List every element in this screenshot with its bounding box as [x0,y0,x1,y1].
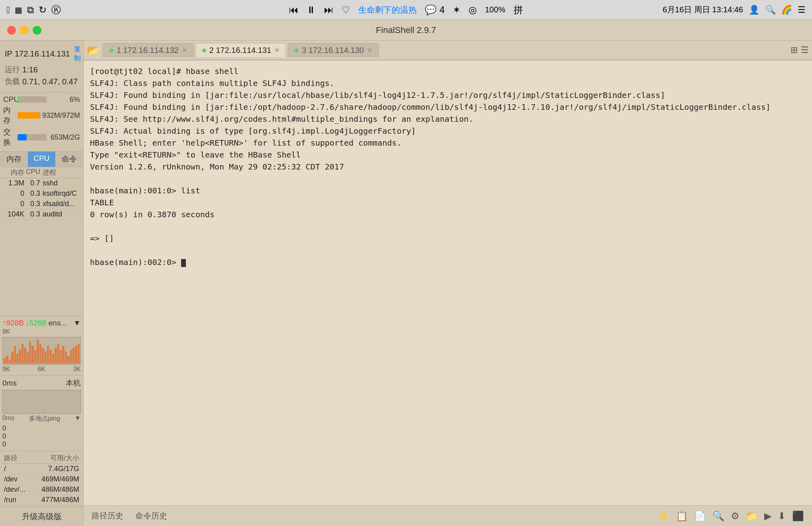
download-icon[interactable]: ⬇ [778,510,786,522]
graph-bar [42,348,44,364]
sidebar: IP 172.16.114.131 复制 运行 1:16 负载 0.71, 0.… [0,41,84,526]
tab-dot-1 [109,49,113,53]
disk-row[interactable]: /dev/... 486M/486M [2,485,82,495]
net-scale: 9K 6K 3K [2,366,81,373]
ping-ms: 0ms [2,379,17,388]
media-prev[interactable]: ⏮ [289,4,299,16]
graph-bar [37,340,39,364]
load-label: 负载 [5,76,20,87]
proc-header: 内存 CPU 进程 [0,167,83,178]
main-layout: IP 172.16.114.131 复制 运行 1:16 负载 0.71, 0.… [0,41,812,526]
server-info: IP 172.16.114.131 复制 运行 1:16 负载 0.71, 0.… [0,41,83,93]
terminal-icon[interactable]: ⬛ [792,510,804,522]
path-history[interactable]: 路径历史 [92,510,123,521]
ping-header: 0ms 本机 [2,378,81,388]
menu-icon[interactable]: ☰ [798,5,806,15]
tab-2[interactable]: 2 172.16.114.131 ✕ [195,43,287,57]
song-title: 生命剩下的温热 [358,4,417,16]
proc-list: 1.3M 0.7 sshd 0 0.3 ksoftirqd/C 0 0.3 xf… [0,178,83,316]
cpu-label: CPU [3,95,16,104]
mem-bar-fill [18,112,40,119]
net-down: ↓528B [25,319,47,327]
graph-bar [4,358,6,364]
cmd-history[interactable]: 命令历史 [135,510,167,521]
lightning-icon[interactable]: ⚡ [658,510,670,522]
document-icon[interactable]: 📄 [694,510,706,522]
upgrade-button[interactable]: 升级高级版 [0,507,83,526]
copy-icon[interactable]: 📋 [676,510,688,522]
cpu-value: 6% [48,95,80,104]
grid-view-button[interactable]: ⊞ [791,45,798,55]
net-level-9k: 9K [2,328,10,335]
ping-expand[interactable]: ▼ [74,415,81,423]
disk-row[interactable]: /dev 469M/469M [2,474,82,485]
copy-button[interactable]: 复制 [74,45,81,63]
graph-bar [6,356,8,364]
wifi-icon[interactable]: ◎ [468,4,477,16]
tab-close-2[interactable]: ✕ [274,47,279,54]
folder-icon[interactable]: 📂 [87,44,100,56]
bluetooth-icon[interactable]: ✶ [453,4,461,16]
folder-open-icon[interactable]: 📁 [746,510,758,522]
graph-bar [29,342,31,364]
keyboard-icon[interactable]: 拼 [513,4,523,16]
maximize-button[interactable] [33,26,41,35]
disk-row[interactable]: / 7.4G/17G [2,464,82,474]
net-expand-icon[interactable]: ▼ [73,319,81,327]
ip-value: 172.16.114.131 [15,49,70,58]
graph-bar [60,350,62,364]
mem-value: 932M/972M [42,111,80,120]
cpu-bar-bg [18,96,47,103]
proc-row[interactable]: 0 0.3 ksoftirqd/C [0,189,83,199]
ping-levels: 0ms 多地点ping ▼ [2,414,81,424]
proc-row[interactable]: 104K 0.3 auditd [0,209,83,220]
tab-close-1[interactable]: ✕ [182,47,187,54]
net-levels: 9K [2,328,81,335]
graph-bar [62,346,64,364]
graph-bar [65,352,67,364]
minimize-button[interactable] [20,26,29,35]
list-view-button[interactable]: ☰ [801,45,809,55]
media-play[interactable]: ⏸ [306,4,316,16]
proc-row[interactable]: 1.3M 0.7 sshd [0,178,83,189]
media-heart[interactable]: ♡ [342,4,350,16]
tab-1[interactable]: 1 172.16.114.132 ✕ [103,43,194,57]
search-icon[interactable]: 🔍 [765,5,776,15]
menubar-icon-2[interactable]: ⧉ [27,4,34,16]
search-icon[interactable]: 🔍 [712,510,724,522]
graph-bar [52,354,54,364]
graph-bar [55,348,57,364]
proc-row[interactable]: 0 0.3 xfsaild/d... [0,199,83,209]
user-icon[interactable]: 👤 [749,5,759,15]
apple-icon[interactable]:  [6,4,10,16]
menubar-icon-3[interactable]: ↻ [39,4,47,16]
tab-mem[interactable]: 内存 [0,152,28,167]
stats-section: CPU 6% 内存 932M/972M 交换 [0,93,83,152]
menubar-left:  ▦ ⧉ ↻ Ⓚ [6,4,61,16]
tab-label-3: 3 172.16.114.130 [302,46,364,55]
close-button[interactable] [7,26,16,35]
tab-close-3[interactable]: ✕ [367,47,372,54]
ping-multipoint[interactable]: 多地点ping [29,415,60,423]
play-icon[interactable]: ▶ [764,510,771,522]
graph-bar [21,344,23,364]
terminal-content: [root@tjt02 local]# hbase shell SLF4J: C… [90,65,806,268]
uptime-value: 1:16 [22,65,38,74]
tab-3[interactable]: 3 172.16.114.130 ✕ [288,43,379,57]
net-graph [2,337,81,365]
disk-row[interactable]: /run 477M/486M [2,495,82,505]
terminal[interactable]: [root@tjt02 local]# hbase shell SLF4J: C… [84,60,812,505]
graph-bar [24,348,26,364]
settings-icon[interactable]: ⚙ [731,510,740,522]
menubar-icon-4[interactable]: Ⓚ [51,4,61,16]
wechat-icon[interactable]: 💬 4 [425,4,445,16]
tab-cmd[interactable]: 命令 [55,152,83,167]
siri-icon[interactable]: 🌈 [781,5,792,15]
tab-cpu[interactable]: CPU [28,152,56,167]
disk-col-path: 路径 [4,454,39,463]
app-menu-icon[interactable]: ▦ [15,5,22,15]
graph-bar [75,346,77,364]
media-next[interactable]: ⏭ [324,4,334,16]
process-tabs: 内存 CPU 命令 [0,152,83,167]
tab-label-2: 2 172.16.114.131 [209,46,271,55]
